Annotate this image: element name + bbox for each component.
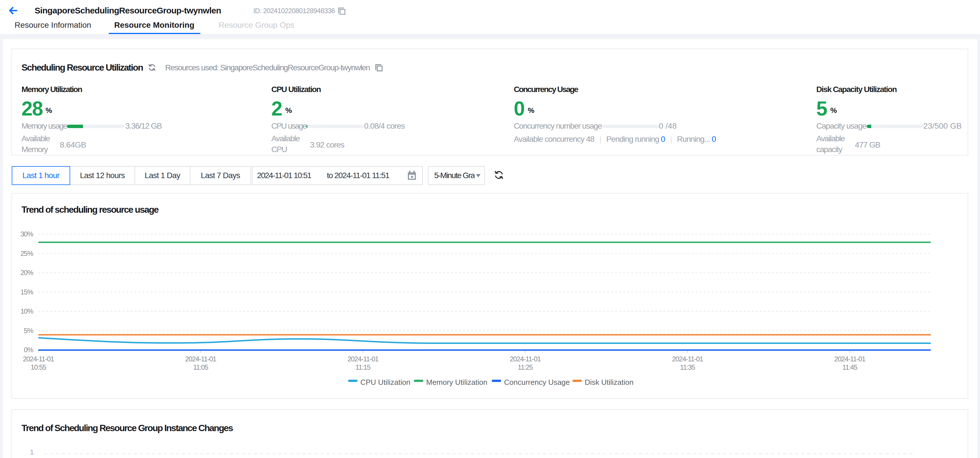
svg-text:11:35: 11:35: [680, 363, 695, 371]
svg-text:15%: 15%: [20, 288, 33, 296]
svg-text:11:25: 11:25: [518, 363, 533, 371]
svg-text:2024-11-01: 2024-11-01: [672, 355, 703, 363]
svg-text:10%: 10%: [20, 307, 33, 315]
svg-text:20%: 20%: [20, 269, 33, 276]
svg-text:0%: 0%: [24, 346, 33, 353]
svg-text:Memory Utilization: Memory Utilization: [426, 378, 487, 387]
svg-text:11:15: 11:15: [355, 363, 371, 371]
svg-text:Concurrency Usage: Concurrency Usage: [504, 378, 570, 387]
svg-text:30%: 30%: [20, 230, 33, 238]
svg-text:2024-11-01: 2024-11-01: [185, 355, 216, 363]
svg-text:2024-11-01: 2024-11-01: [23, 355, 54, 363]
svg-text:25%: 25%: [20, 250, 33, 257]
svg-text:2024-11-01: 2024-11-01: [510, 355, 541, 363]
svg-text:2024-11-01: 2024-11-01: [347, 355, 379, 363]
svg-text:CPU Utilization: CPU Utilization: [360, 378, 410, 387]
svg-text:5%: 5%: [24, 327, 33, 334]
svg-text:10:55: 10:55: [30, 363, 46, 371]
svg-text:2024-11-01: 2024-11-01: [834, 355, 865, 363]
svg-text:11:05: 11:05: [193, 363, 208, 371]
svg-text:11:45: 11:45: [842, 363, 858, 371]
svg-text:Disk Utilization: Disk Utilization: [585, 378, 634, 387]
